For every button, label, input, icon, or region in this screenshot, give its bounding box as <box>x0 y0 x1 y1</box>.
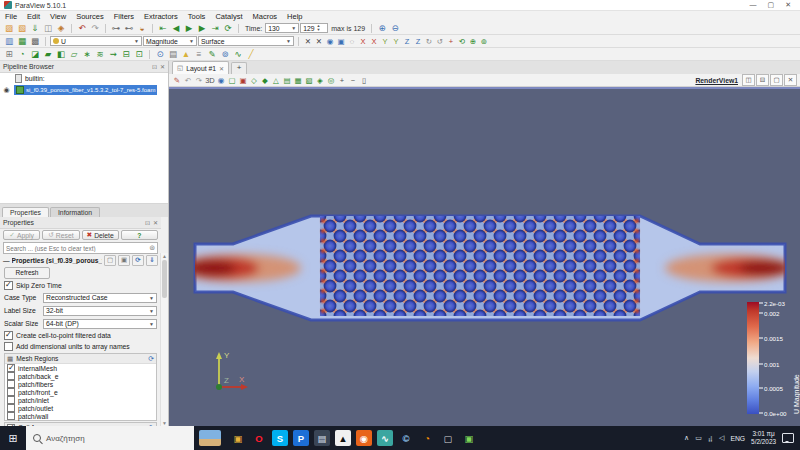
save-defaults-icon[interactable]: ⇓ <box>146 255 158 266</box>
find-data-icon[interactable]: ⊙ <box>154 49 166 60</box>
open-file-icon[interactable]: ▨ <box>3 23 15 34</box>
undock-panel-icon[interactable]: ⊡ <box>152 63 157 70</box>
volume-icon[interactable]: ◁ <box>719 434 724 442</box>
taskbar-prism-app-icon[interactable]: ▲ <box>335 430 351 446</box>
reset-camera-icon[interactable]: ✕ <box>303 36 313 47</box>
mesh-region-item[interactable]: patch/wall <box>5 412 156 420</box>
probe-location-icon[interactable]: ⊚ <box>219 49 231 60</box>
menu-item[interactable]: Extractors <box>139 12 183 21</box>
refresh-list-icon[interactable]: ⟳ <box>148 355 154 363</box>
help-button[interactable]: ? <box>121 230 158 240</box>
menu-item[interactable]: Tools <box>183 12 211 21</box>
spreadsheet-view-icon[interactable]: ▤ <box>167 49 179 60</box>
split-horizontal-icon[interactable]: ◫ <box>742 74 755 86</box>
language-indicator[interactable]: ENG <box>730 435 745 442</box>
menu-item[interactable]: Help <box>282 12 307 21</box>
mesh-region-item[interactable]: internalMesh <box>5 364 156 372</box>
render-view-name[interactable]: RenderView1 <box>695 77 738 84</box>
weather-widget-icon[interactable] <box>199 430 221 446</box>
clock[interactable]: 3:01 πμ 5/2/2023 <box>751 430 776 446</box>
save-screenshot-icon[interactable]: ◫ <box>42 23 54 34</box>
menu-item[interactable]: Catalyst <box>210 12 247 21</box>
time-value-select[interactable]: 130▼ <box>265 23 299 33</box>
next-frame-icon[interactable]: ▶ <box>196 23 208 34</box>
copy-properties-icon[interactable]: ▢ <box>104 255 116 266</box>
checkbox[interactable] <box>7 412 15 420</box>
interaction-mode-icon[interactable]: + <box>446 36 456 47</box>
ruler-icon[interactable]: ╱ <box>245 49 257 60</box>
search-input[interactable] <box>4 245 147 252</box>
connect-server-icon[interactable]: ⊶ <box>110 23 122 34</box>
checkbox[interactable] <box>7 396 15 404</box>
load-state-icon[interactable]: ⇓ <box>29 23 41 34</box>
spin-arrows-icon[interactable]: ▲▼ <box>317 24 321 32</box>
slice-filter-icon[interactable]: ▰ <box>42 49 54 60</box>
toggle-2d-3d-icon[interactable]: 3D <box>205 75 215 86</box>
mesh-region-item[interactable]: patch/outlet <box>5 404 156 412</box>
hidden-icons-chevron[interactable]: ∧ <box>684 434 689 442</box>
adjust-camera-icon[interactable]: ◉ <box>216 75 226 86</box>
hover-cells-icon[interactable]: ◈ <box>315 75 325 86</box>
view-plus-x-icon[interactable]: X <box>358 36 368 47</box>
last-frame-icon[interactable]: ⇥ <box>209 23 221 34</box>
taskbar-notepadpp-icon[interactable]: ▣ <box>461 430 477 446</box>
view-minus-y-icon[interactable]: Y <box>391 36 401 47</box>
pipeline-item-source[interactable]: ◉ si_f0.39_porous_fiber_v1.5.3.2_tol-7_r… <box>0 84 168 95</box>
select-cells-on-icon[interactable]: ▢ <box>227 75 237 86</box>
undock-panel-icon[interactable]: ⊡ <box>145 219 150 226</box>
add-dimensional-units-checkbox[interactable] <box>4 342 13 351</box>
disconnect-server-icon[interactable]: ⊷ <box>123 23 135 34</box>
view-plus-y-icon[interactable]: Y <box>380 36 390 47</box>
taskbar-copyright-app-icon[interactable]: © <box>398 430 414 446</box>
frame-spinbox[interactable]: 129 ▲▼ <box>300 23 328 33</box>
label-size-select[interactable]: 32-bit▼ <box>43 306 157 316</box>
collapse-dash-icon[interactable]: — <box>3 257 10 264</box>
color-array-select[interactable]: U▼ <box>50 36 142 46</box>
interactive-select-cells-icon[interactable]: ▦ <box>293 75 303 86</box>
zoom-time-in-icon[interactable]: ⊕ <box>376 23 388 34</box>
taskbar-p-app-icon[interactable]: P <box>293 430 309 446</box>
redo-icon[interactable]: ↷ <box>89 23 101 34</box>
hover-points-icon[interactable]: ◎ <box>326 75 336 86</box>
redo-camera-icon[interactable]: ↷ <box>194 75 204 86</box>
color-palette-icon[interactable]: ◒ <box>136 23 148 34</box>
render-view[interactable]: 2.2e-03 0.002 0.0015 0.001 <box>169 87 800 426</box>
maximize-view-icon[interactable]: ▢ <box>770 74 783 86</box>
view-minus-z-icon[interactable]: Z <box>413 36 423 47</box>
contour-filter-icon[interactable]: ◔ <box>16 49 28 60</box>
rotate-90-ccw-icon[interactable]: ↺ <box>435 36 445 47</box>
network-icon[interactable]: ⣴ <box>708 434 713 442</box>
view-plus-z-icon[interactable]: Z <box>402 36 412 47</box>
checkbox[interactable] <box>7 380 15 388</box>
minimize-button[interactable]: — <box>750 1 757 9</box>
taskbar-paraview-icon[interactable]: ∿ <box>377 430 393 446</box>
first-frame-icon[interactable]: ⇤ <box>157 23 169 34</box>
previous-frame-icon[interactable]: ◀ <box>170 23 182 34</box>
mesh-regions-header[interactable]: ▦ Mesh Regions ⟳ <box>5 354 156 364</box>
taskbar-file-explorer-icon[interactable]: ▣ <box>230 430 246 446</box>
mesh-region-item[interactable]: patch/front_e <box>5 388 156 396</box>
scrollbar-thumb[interactable] <box>162 260 167 298</box>
add-layout-tab-button[interactable]: + <box>231 62 247 74</box>
menu-item[interactable]: Edit <box>22 12 45 21</box>
mesh-region-item[interactable]: patch/back_e <box>5 372 156 380</box>
taskbar-notes-app-icon[interactable]: ▢ <box>440 430 456 446</box>
scalar-size-select[interactable]: 64-bit (DP)▼ <box>43 319 157 329</box>
mesh-region-item[interactable]: patch/inlet <box>5 396 156 404</box>
menu-item[interactable]: View <box>45 12 71 21</box>
create-cell-to-point-row[interactable]: Create cell-to-point filtered data <box>0 330 161 341</box>
plot-over-line-icon[interactable]: ∿ <box>232 49 244 60</box>
calculator-filter-icon[interactable]: ⊞ <box>3 49 15 60</box>
mesh-region-item[interactable]: patch/fibers <box>5 380 156 388</box>
clear-selection-icon[interactable]: ▯ <box>359 75 369 86</box>
center-axes-icon[interactable]: ⟲ <box>457 36 467 47</box>
delete-button[interactable]: ✖Delete <box>82 230 119 240</box>
properties-scrollbar[interactable]: ▲ ▼ <box>160 253 168 426</box>
layout-tab[interactable]: ◱ Layout #1 ✕ <box>172 61 229 74</box>
representation-select[interactable]: Surface▼ <box>198 36 294 46</box>
split-vertical-icon[interactable]: ⊟ <box>756 74 769 86</box>
maximize-button[interactable]: ▢ <box>768 1 775 9</box>
zoom-to-data-icon[interactable]: ◉ <box>325 36 335 47</box>
grow-selection-icon[interactable]: + <box>337 75 347 86</box>
rotate-90-cw-icon[interactable]: ↻ <box>424 36 434 47</box>
